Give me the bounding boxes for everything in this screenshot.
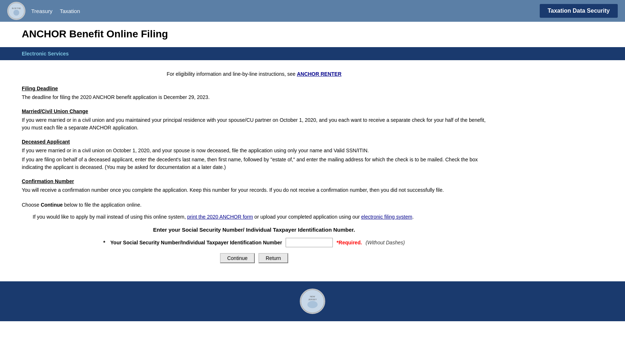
footer: NEW JERSEY — [0, 281, 625, 321]
top-navigation: IN OF THE Treasury Taxation Taxation Dat… — [0, 0, 625, 22]
required-text: *Required. — [336, 240, 362, 245]
filing-deadline-heading[interactable]: Filing Deadline — [22, 86, 58, 91]
confirmation-number-text: You will receive a confirmation number o… — [22, 186, 486, 194]
electronic-filing-system-link[interactable]: electronic filing system — [361, 214, 412, 220]
married-civil-union-section: Married/Civil Union Change If you were m… — [22, 108, 486, 132]
svg-text:NEW: NEW — [310, 295, 315, 298]
breadcrumb: Treasury Taxation — [31, 8, 80, 14]
continue-bold: Continue — [41, 202, 63, 208]
nav-left: IN OF THE Treasury Taxation — [7, 2, 80, 20]
svg-text:JERSEY: JERSEY — [308, 298, 316, 301]
ssn-input[interactable] — [286, 238, 333, 247]
without-dashes-text: (Without Dashes) — [365, 240, 405, 245]
filing-deadline-section: Filing Deadline The deadline for filing … — [22, 86, 486, 101]
confirmation-number-section: Confirmation Number You will receive a c… — [22, 178, 486, 194]
mail-option: If you would like to apply by mail inste… — [33, 213, 486, 221]
continue-instruction: Choose Continue below to file the applic… — [22, 201, 486, 209]
deceased-applicant-section: Deceased Applicant If you were married o… — [22, 139, 486, 171]
filing-deadline-text: The deadline for filing the 2020 ANCHOR … — [22, 94, 486, 101]
taxation-link[interactable]: Taxation — [60, 8, 80, 14]
page-title-area: ANCHOR Benefit Online Filing — [0, 22, 625, 47]
deceased-applicant-text-1: If you were married or in a civil union … — [22, 147, 486, 154]
ssn-input-row: * Your Social Security Number/Individual… — [22, 238, 486, 247]
svg-text:IN OF THE: IN OF THE — [12, 7, 21, 9]
mail-option-suffix: . — [412, 214, 414, 220]
ssn-asterisk: * — [103, 240, 105, 245]
electronic-services-bar: Electronic Services — [0, 47, 625, 60]
continue-suffix: below to file the application online. — [63, 202, 142, 208]
continue-button[interactable]: Continue — [220, 253, 255, 263]
taxation-data-security-button[interactable]: Taxation Data Security — [540, 4, 618, 18]
confirmation-number-heading[interactable]: Confirmation Number — [22, 178, 74, 184]
ssn-section: Enter your Social Security Number/ Indiv… — [22, 227, 486, 263]
electronic-services-label: Electronic Services — [22, 51, 69, 57]
mail-option-middle: or upload your completed application usi… — [253, 214, 361, 220]
return-button[interactable]: Return — [258, 253, 288, 263]
eligibility-info: For eligibility information and line-by-… — [22, 71, 486, 77]
svg-point-2 — [13, 10, 19, 16]
married-civil-union-text: If you were married or in a civil union … — [22, 116, 486, 132]
eligibility-text: For eligibility information and line-by-… — [167, 71, 295, 77]
deceased-applicant-text-2: If you are filing on behalf of a decease… — [22, 156, 486, 171]
nj-seal: NEW JERSEY — [300, 289, 325, 314]
page-title: ANCHOR Benefit Online Filing — [22, 28, 603, 40]
main-content: For eligibility information and line-by-… — [0, 67, 508, 281]
ssn-section-title: Enter your Social Security Number/ Indiv… — [22, 227, 486, 233]
ssn-label: Your Social Security Number/Individual T… — [110, 240, 282, 245]
deceased-applicant-heading[interactable]: Deceased Applicant — [22, 139, 70, 145]
print-anchor-form-link[interactable]: print the 2020 ANCHOR form — [187, 214, 253, 220]
mail-option-prefix: If you would like to apply by mail inste… — [33, 214, 187, 220]
state-logo: IN OF THE — [7, 2, 25, 20]
anchor-renter-link[interactable]: ANCHOR RENTER — [297, 71, 342, 77]
form-buttons: Continue Return — [22, 253, 486, 263]
treasury-link[interactable]: Treasury — [31, 8, 53, 14]
continue-prefix: Choose — [22, 202, 41, 208]
married-civil-union-heading[interactable]: Married/Civil Union Change — [22, 108, 88, 114]
svg-point-6 — [307, 301, 318, 308]
